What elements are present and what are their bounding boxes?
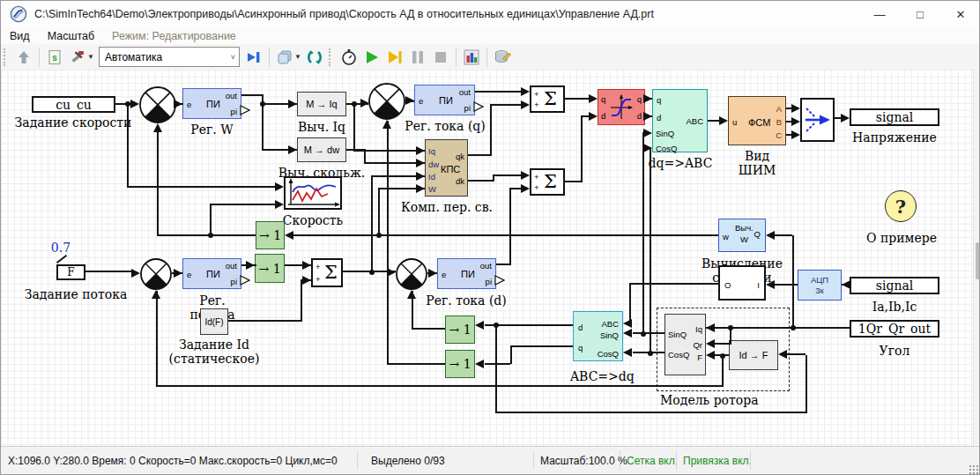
block-m-to-iq[interactable]: M → Iq: [297, 92, 346, 116]
status-snap[interactable]: Привязка вкл.: [683, 455, 752, 467]
wire[interactable]: [127, 186, 282, 188]
wire[interactable]: [509, 188, 521, 189]
wire[interactable]: [510, 345, 573, 347]
block-pi-flux-regulator[interactable]: e ПИ out pi: [182, 258, 241, 289]
wire[interactable]: [806, 355, 807, 413]
wire[interactable]: [210, 204, 212, 235]
help-button[interactable]: ?: [885, 190, 917, 222]
block-scope-speed[interactable]: [284, 176, 342, 210]
wire[interactable]: [495, 325, 497, 412]
wire[interactable]: [509, 188, 511, 265]
wire[interactable]: [210, 204, 280, 205]
layers-button[interactable]: [274, 47, 295, 68]
block-comparator-iq[interactable]: [368, 83, 405, 120]
status-grid[interactable]: Сетка вкл.: [627, 455, 678, 467]
block-to-unit-q[interactable]: → 1: [445, 350, 475, 378]
wire[interactable]: [157, 132, 159, 235]
block-fsm-pwm[interactable]: u ФСМ A B C: [728, 96, 786, 145]
layers-dropdown-caret[interactable]: ▼: [294, 53, 301, 61]
block-id-static[interactable]: Id(F): [200, 308, 228, 335]
wire[interactable]: [157, 234, 256, 236]
wire[interactable]: [565, 181, 583, 182]
wire[interactable]: [241, 94, 264, 96]
wire[interactable]: [490, 104, 492, 156]
block-kps-compensation[interactable]: Iq dw Id W КПС qk dk: [425, 139, 468, 197]
wire[interactable]: [581, 115, 589, 117]
tools-dropdown-caret[interactable]: ▼: [87, 53, 94, 61]
block-current-input[interactable]: signal: [850, 277, 939, 294]
wire[interactable]: [468, 180, 494, 182]
wire[interactable]: [490, 104, 521, 106]
wire[interactable]: [581, 115, 583, 182]
wire[interactable]: [485, 363, 510, 365]
block-m-to-dw[interactable]: M → dw: [297, 137, 346, 162]
database-button[interactable]: [492, 47, 513, 68]
block-comparator-speed[interactable]: [139, 86, 176, 123]
wire[interactable]: [629, 283, 631, 323]
wire[interactable]: [708, 120, 719, 122]
step-button[interactable]: [384, 47, 405, 68]
block-speed-setpoint[interactable]: cu_cu: [32, 96, 115, 113]
block-rotor-model[interactable]: SinQ CosQ Iq Qr F: [664, 314, 706, 375]
minimize-button[interactable]: —: [859, 1, 900, 27]
menu-scale[interactable]: Масштаб: [39, 30, 103, 42]
block-flux-setpoint[interactable]: F: [56, 264, 85, 280]
scrollbar-thumb[interactable]: [976, 242, 980, 279]
wire[interactable]: [371, 175, 373, 272]
block-to-unit-d[interactable]: → 1: [445, 315, 475, 344]
block-mux[interactable]: [800, 98, 835, 142]
block-dq-to-abc[interactable]: q d SinQ CosQ ABC: [652, 89, 708, 152]
block-adc[interactable]: АЦП 3к: [798, 270, 842, 301]
maximize-button[interactable]: □: [900, 1, 940, 27]
wire[interactable]: [792, 235, 794, 329]
wire[interactable]: [353, 103, 355, 152]
charts-button[interactable]: [461, 47, 482, 68]
wire[interactable]: [510, 345, 512, 364]
wire[interactable]: [301, 279, 302, 322]
wire[interactable]: [127, 104, 129, 188]
block-comparator-flux[interactable]: [140, 258, 172, 290]
wire[interactable]: [388, 363, 445, 365]
wire[interactable]: [633, 332, 664, 334]
mode-combobox[interactable]: Автоматика ˅: [99, 47, 240, 67]
resize-grip[interactable]: [969, 464, 979, 475]
wire[interactable]: [495, 412, 807, 413]
wire[interactable]: [650, 147, 651, 353]
wire[interactable]: [629, 283, 720, 285]
step-into-button[interactable]: [243, 47, 264, 68]
block-sum-d[interactable]: + + Σ: [530, 168, 565, 196]
block-pi-q-current-regulator[interactable]: e ПИ out pi: [414, 85, 475, 115]
block-pi-d-current-regulator[interactable]: e ПИ out pi: [437, 258, 496, 289]
wire[interactable]: [387, 121, 389, 365]
wire[interactable]: [156, 291, 158, 387]
wire[interactable]: [346, 149, 366, 151]
schematic-canvas[interactable]: cu_cu Задание скорости: [1, 70, 980, 446]
block-voltage-output[interactable]: signal: [850, 108, 939, 126]
wire[interactable]: [493, 174, 521, 176]
wire[interactable]: [787, 353, 806, 355]
vertical-scrollbar[interactable]: [973, 70, 980, 446]
pause-button[interactable]: [407, 47, 428, 68]
wire[interactable]: [85, 271, 131, 272]
close-button[interactable]: ✕: [940, 1, 980, 27]
timer-button[interactable]: [338, 47, 360, 68]
block-pi-speed-regulator[interactable]: e ПИ out pi: [182, 88, 241, 119]
refresh-button[interactable]: [304, 47, 325, 68]
wire[interactable]: [475, 91, 521, 93]
up-level-button[interactable]: [13, 47, 34, 68]
block-comparator-id[interactable]: [396, 258, 427, 290]
block-abc-to-dq[interactable]: d q ABC SinQ CosQ: [573, 311, 623, 361]
block-speed-calc[interactable]: w Выч. W Q: [718, 219, 766, 252]
tools-button[interactable]: [67, 47, 88, 68]
block-sum-q[interactable]: + + Σ: [530, 85, 565, 113]
wire[interactable]: [378, 189, 380, 235]
wire[interactable]: [835, 117, 841, 119]
block-sum-id[interactable]: + + Σ: [311, 258, 343, 287]
block-to-unit-speed[interactable]: → 1: [256, 221, 285, 249]
wire[interactable]: [293, 234, 718, 236]
wire[interactable]: [156, 385, 724, 387]
run-button[interactable]: [361, 47, 382, 68]
wire[interactable]: [228, 320, 302, 322]
wire[interactable]: [468, 154, 492, 156]
block-id-to-f[interactable]: Id → F: [729, 340, 778, 370]
